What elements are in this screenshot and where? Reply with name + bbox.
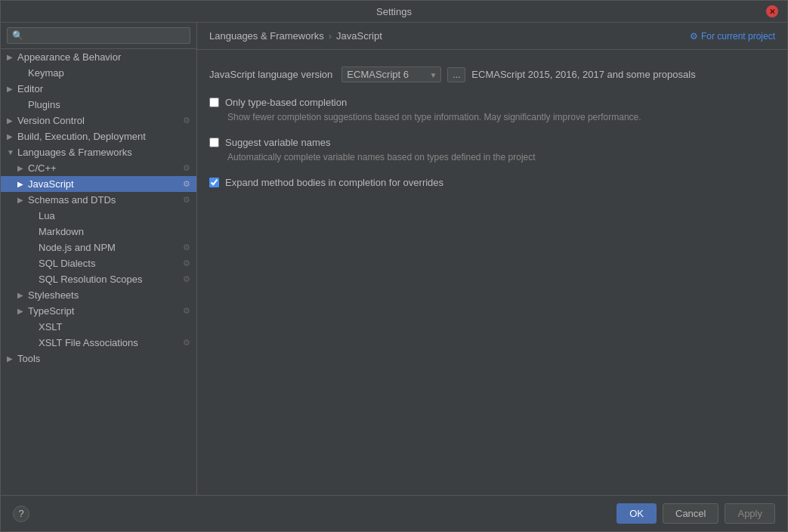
sidebar-item-plugins[interactable]: Plugins (1, 97, 196, 113)
checkbox-suggest-variable-names[interactable] (209, 138, 219, 147)
cancel-button[interactable]: Cancel (663, 503, 718, 524)
sidebar-item-xslt-file-associations[interactable]: XSLT File Associations⚙ (1, 335, 196, 351)
checkbox-expand-method-bodies[interactable] (209, 178, 219, 187)
ok-button[interactable]: OK (616, 503, 657, 524)
settings-body: JavaScript language version ECMAScript 6… (197, 50, 787, 205)
gear-icon: ⚙ (183, 306, 190, 316)
sidebar-item-label: SQL Resolution Scopes (39, 274, 183, 285)
sidebar-item-nodejs-npm[interactable]: Node.js and NPM⚙ (1, 240, 196, 255)
sidebar-item-keymap[interactable]: Keymap (1, 65, 196, 81)
sidebar-item-editor[interactable]: ▶Editor (1, 81, 196, 97)
arrow-icon: ▶ (7, 132, 17, 141)
gear-icon: ⚙ (183, 195, 190, 205)
version-select-wrapper: ECMAScript 6ECMAScript 5.1ECMAScript 201… (341, 66, 441, 82)
sidebar-item-label: SQL Dialects (39, 258, 183, 269)
sidebar-item-label: Stylesheets (28, 289, 190, 301)
ellipsis-button[interactable]: ... (447, 67, 465, 82)
sidebar-item-tools[interactable]: ▶Tools (1, 351, 196, 367)
checkbox-type-based-completion[interactable] (209, 97, 219, 107)
breadcrumb-current: JavaScript (336, 30, 382, 42)
sidebar-item-label: Plugins (28, 99, 190, 110)
checkbox-row-type-based-completion: Only type-based completionShow fewer com… (209, 90, 775, 130)
sidebar-item-label: Editor (17, 83, 190, 94)
lang-version-row: JavaScript language version ECMAScript 6… (209, 59, 775, 90)
title-bar: Settings ✕ (1, 1, 787, 23)
sidebar-item-label: Keymap (28, 67, 190, 79)
sidebar-item-label: TypeScript (28, 305, 183, 317)
sidebar-item-sql-resolution-scopes[interactable]: SQL Resolution Scopes⚙ (1, 271, 196, 287)
search-input[interactable] (7, 27, 190, 44)
sidebar-item-typescript[interactable]: ▶TypeScript⚙ (1, 303, 196, 319)
tree-container: ▶Appearance & BehaviorKeymap▶EditorPlugi… (1, 49, 196, 367)
arrow-icon: ▶ (7, 85, 17, 93)
checkbox-desc-type-based-completion: Show fewer completion suggestions based … (227, 111, 775, 124)
sidebar-item-lua[interactable]: Lua (1, 208, 196, 224)
footer: ? OK Cancel Apply (1, 495, 787, 531)
checkbox-text-expand-method-bodies: Expand method bodies in completion for o… (225, 176, 443, 190)
checkbox-label-suggest-variable-names[interactable]: Suggest variable names (209, 136, 775, 150)
dialog-title: Settings (22, 6, 766, 17)
help-button[interactable]: ? (13, 506, 29, 522)
gear-icon: ⚙ (183, 258, 190, 268)
close-button[interactable]: ✕ (766, 5, 778, 17)
sidebar-item-label: Tools (17, 353, 190, 364)
sidebar-item-languages-frameworks[interactable]: ▼Languages & Frameworks (1, 144, 196, 160)
link-icon: ⚙ (690, 31, 698, 42)
checkbox-text-type-based-completion: Only type-based completion (225, 96, 347, 110)
sidebar-item-label: Lua (39, 210, 190, 221)
arrow-icon: ▼ (7, 148, 17, 156)
arrow-icon: ▶ (17, 164, 28, 172)
lang-version-label: JavaScript language version (209, 69, 332, 80)
sidebar-item-label: Build, Execution, Deployment (17, 131, 190, 142)
sidebar-item-label: XSLT File Associations (39, 337, 183, 348)
content-panel: Languages & Frameworks › JavaScript ⚙ Fo… (197, 23, 787, 495)
apply-button[interactable]: Apply (725, 503, 775, 524)
sidebar-item-label: Node.js and NPM (39, 242, 183, 253)
project-link-text: For current project (701, 31, 775, 42)
version-description: ECMAScript 2015, 2016, 2017 and some pro… (471, 69, 695, 80)
sidebar-item-label: Languages & Frameworks (17, 147, 190, 158)
sidebar-item-javascript[interactable]: ▶JavaScript⚙ (1, 176, 196, 192)
gear-icon: ⚙ (183, 116, 190, 125)
gear-icon: ⚙ (183, 338, 190, 348)
checkbox-text-suggest-variable-names: Suggest variable names (225, 136, 330, 150)
gear-icon: ⚙ (183, 179, 190, 189)
sidebar-item-label: Appearance & Behavior (17, 51, 190, 63)
arrow-icon: ▶ (7, 354, 17, 363)
checkbox-row-suggest-variable-names: Suggest variable namesAutomatically comp… (209, 130, 775, 170)
arrow-icon: ▶ (17, 307, 28, 315)
checkbox-label-type-based-completion[interactable]: Only type-based completion (209, 96, 775, 110)
sidebar-item-stylesheets[interactable]: ▶Stylesheets (1, 287, 196, 303)
checkbox-label-expand-method-bodies[interactable]: Expand method bodies in completion for o… (209, 176, 775, 190)
search-bar (1, 23, 196, 49)
sidebar-item-label: JavaScript (28, 178, 183, 190)
checkbox-row-expand-method-bodies: Expand method bodies in completion for o… (209, 170, 775, 196)
arrow-icon: ▶ (7, 116, 17, 125)
project-link[interactable]: ⚙ For current project (690, 31, 775, 42)
sidebar-item-cpp[interactable]: ▶C/C++⚙ (1, 160, 196, 176)
sidebar-item-build-execution-deployment[interactable]: ▶Build, Execution, Deployment (1, 128, 196, 144)
arrow-icon: ▶ (17, 196, 28, 204)
version-select[interactable]: ECMAScript 6ECMAScript 5.1ECMAScript 201… (341, 66, 441, 82)
sidebar-item-version-control[interactable]: ▶Version Control⚙ (1, 113, 196, 128)
sidebar-item-sql-dialects[interactable]: SQL Dialects⚙ (1, 255, 196, 271)
sidebar: ▶Appearance & BehaviorKeymap▶EditorPlugi… (1, 23, 197, 495)
breadcrumb: Languages & Frameworks › JavaScript ⚙ Fo… (197, 23, 787, 50)
main-content: ▶Appearance & BehaviorKeymap▶EditorPlugi… (1, 23, 787, 495)
sidebar-item-label: C/C++ (28, 162, 183, 174)
sidebar-item-label: Version Control (17, 115, 183, 126)
checkbox-desc-suggest-variable-names: Automatically complete variable names ba… (227, 151, 775, 164)
sidebar-item-label: Markdown (39, 226, 190, 237)
settings-dialog: Settings ✕ ▶Appearance & BehaviorKeymap▶… (0, 0, 788, 532)
sidebar-item-xslt[interactable]: XSLT (1, 319, 196, 335)
breadcrumb-parent: Languages & Frameworks (209, 30, 324, 42)
gear-icon: ⚙ (183, 274, 190, 284)
sidebar-item-markdown[interactable]: Markdown (1, 224, 196, 240)
sidebar-item-appearance-behavior[interactable]: ▶Appearance & Behavior (1, 49, 196, 65)
sidebar-item-schemas-dtds[interactable]: ▶Schemas and DTDs⚙ (1, 192, 196, 208)
sidebar-item-label: Schemas and DTDs (28, 194, 183, 206)
arrow-icon: ▶ (17, 291, 28, 299)
breadcrumb-sep: › (329, 30, 332, 42)
gear-icon: ⚙ (183, 163, 190, 173)
arrow-icon: ▶ (7, 53, 17, 61)
